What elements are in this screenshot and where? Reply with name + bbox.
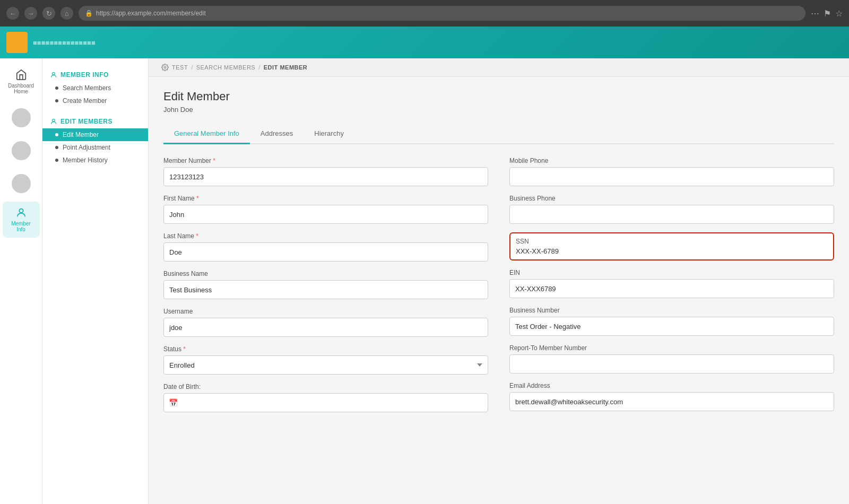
tab-addresses[interactable]: Addresses xyxy=(250,124,304,144)
page-subtitle: John Doe xyxy=(163,106,834,114)
forward-button[interactable]: → xyxy=(24,7,37,20)
bookmark-icon[interactable]: ⚑ xyxy=(824,8,831,19)
form-group-report-to-member-number: Report-To Member Number xyxy=(509,344,834,373)
input-ein[interactable] xyxy=(509,279,834,298)
avatar-1 xyxy=(12,108,31,127)
label-email: Email Address xyxy=(509,382,834,389)
app-header: ■■■■■■■■■■■■■■■ xyxy=(0,27,849,58)
label-report-to-member-number: Report-To Member Number xyxy=(509,344,834,352)
input-report-to-member-number[interactable] xyxy=(509,354,834,373)
input-mobile-phone[interactable] xyxy=(509,167,834,186)
label-ein: EIN xyxy=(509,269,834,276)
input-business-phone[interactable] xyxy=(509,205,834,224)
form-group-business-phone: Business Phone xyxy=(509,195,834,224)
back-button[interactable]: ← xyxy=(6,7,19,20)
search-members-label: Search Members xyxy=(63,84,111,92)
svg-point-2 xyxy=(53,119,55,121)
app-body: DashboardHome MemberInfo MEM xyxy=(0,58,849,504)
input-dob[interactable] xyxy=(163,393,488,412)
form-right-column: Mobile Phone Business Phone SSN XXX-XX-6… xyxy=(509,157,834,421)
breadcrumb-test: TEST xyxy=(172,64,188,71)
calendar-icon: 📅 xyxy=(169,398,178,407)
label-first-name: First Name * xyxy=(163,195,488,202)
form-group-business-name: Business Name xyxy=(163,270,488,299)
app-logo xyxy=(6,32,28,53)
page-title-section: Edit Member John Doe xyxy=(163,90,834,114)
svg-point-0 xyxy=(19,209,23,213)
dob-input-wrapper: 📅 xyxy=(163,393,488,412)
tab-general-member-info[interactable]: General Member Info xyxy=(163,124,250,144)
form-group-ein: EIN xyxy=(509,269,834,298)
label-status: Status * xyxy=(163,345,488,353)
member-history-label: Member History xyxy=(63,157,108,164)
required-indicator-2: * xyxy=(196,195,199,202)
sidebar: MEMBER INFO Search Members Create Member… xyxy=(42,58,149,504)
red-arrow-annotation xyxy=(834,201,849,264)
breadcrumb-search-members: SEARCH MEMBERS xyxy=(196,64,256,71)
main-content: TEST / SEARCH MEMBERS / EDIT MEMBER Edit… xyxy=(149,58,849,504)
sidebar-item-dashboard[interactable]: DashboardHome xyxy=(3,64,40,100)
svg-point-3 xyxy=(164,66,166,68)
sidebar-item-member-info[interactable]: MemberInfo xyxy=(3,202,40,238)
input-first-name[interactable] xyxy=(163,205,488,224)
form-group-ssn: SSN XXX-XX-6789 xyxy=(509,232,834,260)
form-grid: Member Number * First Name * Last Name * xyxy=(163,157,834,421)
dot-icon-4 xyxy=(55,146,58,149)
input-business-number[interactable] xyxy=(509,317,834,336)
home-icon xyxy=(15,69,27,81)
input-member-number[interactable] xyxy=(163,167,488,186)
label-last-name: Last Name * xyxy=(163,232,488,240)
avatar-3 xyxy=(12,174,31,193)
sidebar-item-user2[interactable] xyxy=(3,136,40,166)
app-header-title: ■■■■■■■■■■■■■■■ xyxy=(33,39,96,47)
breadcrumb-edit-member: EDIT MEMBER xyxy=(264,64,308,71)
sidebar-item-user1[interactable] xyxy=(3,103,40,133)
dot-icon-3 xyxy=(55,133,58,136)
label-business-name: Business Name xyxy=(163,270,488,277)
edit-members-section-icon xyxy=(50,118,57,125)
sidebar-item-edit-member[interactable]: Edit Member xyxy=(42,128,148,141)
sidebar-item-member-history[interactable]: Member History xyxy=(42,154,148,167)
home-button[interactable]: ⌂ xyxy=(60,7,73,20)
required-indicator-4: * xyxy=(183,345,186,353)
input-username[interactable] xyxy=(163,318,488,337)
browser-menu-icons: ⋯ ⚑ ☆ xyxy=(811,8,843,19)
required-indicator-3: * xyxy=(196,232,198,240)
input-business-name[interactable] xyxy=(163,280,488,299)
breadcrumb-sep-1: / xyxy=(191,64,193,71)
section-edit-members-title: EDIT MEMBERS xyxy=(60,118,112,125)
sidebar-item-user3[interactable] xyxy=(3,169,40,198)
form-group-username: Username xyxy=(163,308,488,337)
form-group-mobile-phone: Mobile Phone xyxy=(509,157,834,186)
form-group-email: Email Address xyxy=(509,382,834,411)
form-group-status: Status * Enrolled Active Inactive xyxy=(163,345,488,375)
tab-hierarchy[interactable]: Hierarchy xyxy=(304,124,354,144)
breadcrumb-sep-2: / xyxy=(258,64,261,71)
refresh-button[interactable]: ↻ xyxy=(42,7,55,20)
avatar-2 xyxy=(12,141,31,160)
nav-dashboard-label: DashboardHome xyxy=(8,83,34,94)
form-group-last-name: Last Name * xyxy=(163,232,488,262)
create-member-label: Create Member xyxy=(63,97,107,105)
dot-icon-2 xyxy=(55,99,58,102)
star-icon[interactable]: ☆ xyxy=(835,8,843,19)
address-bar[interactable]: 🔒 https://app.example.com/members/edit xyxy=(79,6,805,21)
label-business-phone: Business Phone xyxy=(509,195,834,202)
sidebar-item-create-member[interactable]: Create Member xyxy=(42,94,148,107)
form-group-member-number: Member Number * xyxy=(163,157,488,186)
dot-icon xyxy=(55,86,58,90)
form-group-business-number: Business Number xyxy=(509,307,834,336)
icon-nav: DashboardHome MemberInfo xyxy=(0,58,42,504)
page-content-area: Edit Member John Doe General Member Info… xyxy=(149,77,849,504)
input-email[interactable] xyxy=(509,392,834,411)
member-info-section-icon xyxy=(50,71,57,79)
edit-member-label: Edit Member xyxy=(63,131,99,138)
more-icon[interactable]: ⋯ xyxy=(811,8,819,19)
sidebar-section-member-info: MEMBER INFO xyxy=(42,67,148,82)
input-last-name[interactable] xyxy=(163,242,488,262)
form-left-column: Member Number * First Name * Last Name * xyxy=(163,157,488,421)
label-business-number: Business Number xyxy=(509,307,834,314)
select-status[interactable]: Enrolled Active Inactive xyxy=(163,355,488,375)
sidebar-item-search-members[interactable]: Search Members xyxy=(42,82,148,94)
sidebar-item-point-adjustment[interactable]: Point Adjustment xyxy=(42,141,148,154)
